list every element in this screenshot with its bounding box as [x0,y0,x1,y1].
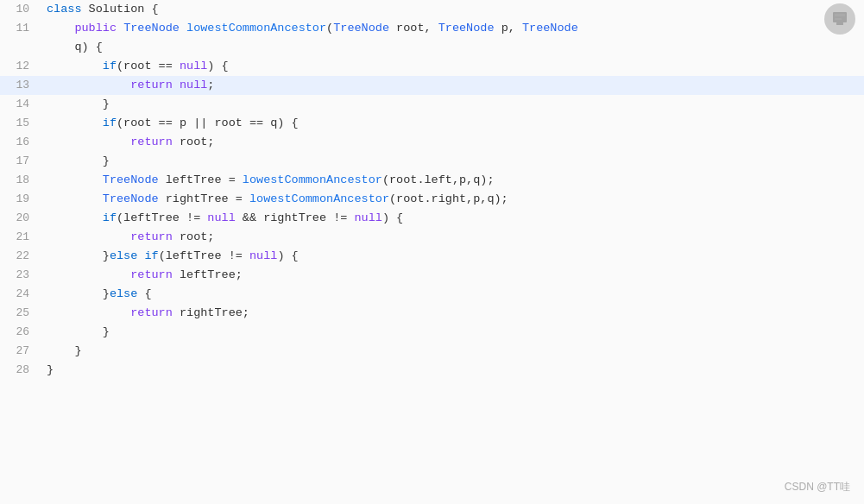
line-number: 27 [0,342,43,361]
line-number: 25 [0,304,43,323]
code-line: 28} [0,361,864,380]
svg-rect-1 [835,14,845,16]
code-token: root; [180,135,215,148]
code-token: null [354,211,382,224]
code-token: lowestCommonAncestor [186,22,326,35]
code-token: rightTree; [180,306,249,319]
code-line: 22 }else if(leftTree != null) { [0,247,864,266]
code-token: } [47,287,110,300]
code-token: lowestCommonAncestor [249,192,389,205]
code-token: lowestCommonAncestor [243,173,382,186]
svg-rect-3 [836,22,843,25]
line-content: class Solution { [43,0,864,19]
code-token: ) { [382,211,403,224]
code-token: TreeNode [438,22,501,35]
line-content: } [43,342,864,361]
code-token: null [180,79,207,91]
code-token: if [144,249,158,262]
line-content: return rightTree; [43,304,864,323]
svg-rect-0 [833,12,847,22]
code-token: ; [207,79,214,91]
line-content: if(leftTree != null && rightTree != null… [43,209,864,228]
code-token: ( [326,22,333,35]
line-content: }else { [43,285,864,304]
code-line: 20 if(leftTree != null && rightTree != n… [0,209,864,228]
code-token: return [130,79,180,91]
line-content: TreeNode leftTree = lowestCommonAncestor… [43,171,864,190]
line-content: }else if(leftTree != null) { [43,247,864,266]
code-line: 17 } [0,152,864,171]
line-number: 21 [0,228,43,247]
line-number: 16 [0,133,43,152]
code-token: && rightTree != [236,211,355,224]
code-token: return [130,230,180,243]
code-line: 14 } [0,95,864,114]
line-number: 19 [0,190,43,209]
code-token: ) { [207,60,228,72]
code-token [47,60,103,72]
code-token: TreeNode [333,22,396,35]
code-line: 27 } [0,342,864,361]
code-token [47,117,103,129]
code-line: 24 }else { [0,285,864,304]
code-token: (leftTree != [159,249,249,262]
line-content: return leftTree; [43,266,864,285]
code-token: (leftTree != [117,211,207,224]
line-content: if(root == null) { [43,57,864,76]
code-token: ) { [277,249,298,262]
line-content: } [43,361,864,380]
code-token: if [103,117,117,129]
code-token: null [207,211,235,224]
code-line: 12 if(root == null) { [0,57,864,76]
line-content: } [43,152,864,171]
code-token: (root == [117,60,180,72]
code-token: return [130,268,180,281]
avatar [824,3,855,35]
code-line: 11 public TreeNode lowestCommonAncestor(… [0,19,864,38]
code-line: 18 TreeNode leftTree = lowestCommonAnces… [0,171,864,190]
code-token: TreeNode [103,173,166,186]
line-number: 12 [0,57,43,76]
code-token: null [249,249,277,262]
line-number: 13 [0,76,43,95]
line-number: 18 [0,171,43,190]
line-content: return null; [43,76,864,95]
code-line: 19 TreeNode rightTree = lowestCommonAnce… [0,190,864,209]
line-content: } [43,95,864,114]
code-token: { [144,287,151,300]
code-token: return [130,135,180,148]
watermark: CSDN @TT哇 [785,479,850,495]
line-number: 22 [0,247,43,266]
line-content: public TreeNode lowestCommonAncestor(Tre… [43,19,864,38]
code-token: else [110,287,145,300]
code-token: } [47,98,110,110]
code-token: leftTree = [166,173,243,186]
code-token: (root.right,p,q); [389,192,508,205]
code-token [47,306,130,319]
code-editor: 10class Solution {11 public TreeNode low… [0,0,864,504]
line-content: if(root == p || root == q) { [43,114,864,133]
code-token: rightTree = [166,192,249,205]
code-line: 21 return root; [0,228,864,247]
code-line: 26 } [0,323,864,342]
line-content: return root; [43,228,864,247]
code-token: TreeNode [123,22,186,35]
code-token: root; [180,230,215,243]
line-number: 11 [0,19,43,38]
line-number: 28 [0,361,43,380]
code-token: root, [396,22,438,35]
code-line: q) { [0,38,864,57]
code-line: 15 if(root == p || root == q) { [0,114,864,133]
svg-rect-2 [835,18,842,20]
code-token: } [47,344,82,357]
line-number: 24 [0,285,43,304]
line-content: q) { [43,38,864,57]
line-number: 20 [0,209,43,228]
code-token: } [47,325,110,338]
code-token: TreeNode [522,22,578,35]
line-number: 10 [0,0,43,19]
code-block: 10class Solution {11 public TreeNode low… [0,0,864,504]
code-token: Solution { [89,3,159,16]
line-number: 15 [0,114,43,133]
code-token: } [47,154,110,167]
